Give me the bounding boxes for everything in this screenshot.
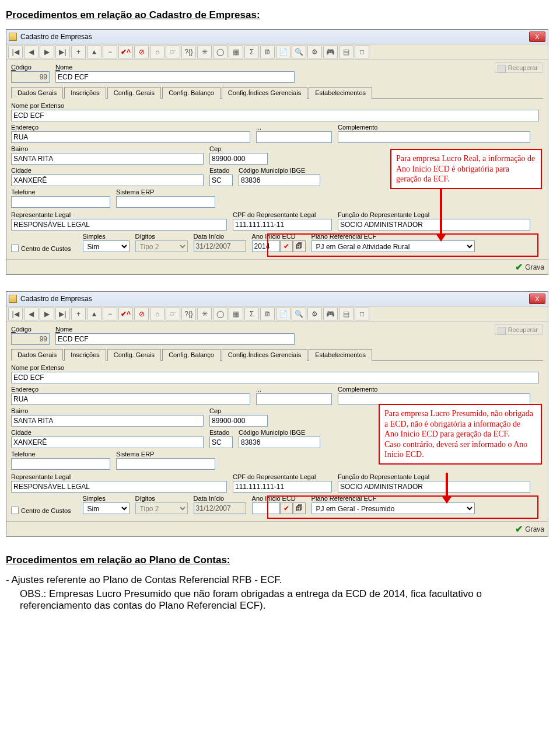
- sistema-erp-input[interactable]: [116, 458, 215, 470]
- repr-input[interactable]: [11, 219, 227, 231]
- centro-custos-checkbox[interactable]: [11, 507, 19, 514]
- tool-20[interactable]: ⚙: [307, 46, 322, 58]
- recuperar-button[interactable]: Recuperar: [495, 324, 543, 335]
- move-up-button[interactable]: ▲: [87, 308, 102, 320]
- tool-14[interactable]: ◯: [213, 46, 228, 58]
- ano-ecd-confirm-button[interactable]: ✔: [280, 240, 293, 252]
- confirm-button[interactable]: ✔^: [118, 308, 133, 320]
- tab-config-balanco[interactable]: Config. Balanço: [162, 349, 220, 361]
- digitos-select[interactable]: Tipo 2: [135, 502, 188, 514]
- cpf-repr-input[interactable]: [233, 481, 332, 493]
- tool-17[interactable]: 🗎: [260, 46, 275, 58]
- complemento-input[interactable]: [338, 393, 530, 405]
- nome-ext-input[interactable]: [11, 372, 539, 383]
- cep-input[interactable]: [209, 415, 268, 427]
- tab-config-balanco[interactable]: Config. Balanço: [162, 87, 220, 99]
- cidade-input[interactable]: [11, 174, 204, 186]
- telefone-input[interactable]: [11, 458, 110, 470]
- codigo-input[interactable]: [11, 71, 50, 83]
- bairro-input[interactable]: [11, 153, 204, 165]
- nav-prev-button[interactable]: ◀: [24, 308, 38, 320]
- tab-estabelecimentos[interactable]: Estabelecimentos: [309, 87, 372, 99]
- recuperar-button[interactable]: Recuperar: [495, 62, 543, 73]
- add-button[interactable]: +: [71, 46, 86, 58]
- nav-prev-button[interactable]: ◀: [24, 46, 38, 58]
- grava-button[interactable]: ✔Grava: [515, 261, 544, 273]
- nav-first-button[interactable]: |◀: [8, 46, 23, 58]
- ano-ecd-input[interactable]: [252, 240, 280, 252]
- tool-18[interactable]: 📄: [276, 308, 290, 320]
- cod-mun-input[interactable]: [239, 437, 320, 448]
- tool-21[interactable]: 🎮: [323, 46, 338, 58]
- cep-input[interactable]: [209, 153, 268, 165]
- nome-input[interactable]: [55, 71, 295, 83]
- simples-select[interactable]: Sim: [83, 240, 130, 252]
- tool-13[interactable]: ✳: [197, 308, 212, 320]
- tab-dados-gerais[interactable]: Dados Gerais: [11, 349, 63, 361]
- tool-21[interactable]: 🎮: [323, 308, 338, 320]
- digitos-select[interactable]: Tipo 2: [135, 240, 188, 252]
- tool-22[interactable]: ▤: [339, 46, 354, 58]
- nav-last-button[interactable]: ▶|: [55, 308, 70, 320]
- tool-search[interactable]: 🔍: [292, 308, 306, 320]
- tool-12[interactable]: ?{}: [181, 308, 196, 320]
- funcao-repr-input[interactable]: [338, 481, 530, 493]
- ano-ecd-lookup-button[interactable]: 🗐: [293, 502, 306, 514]
- tab-config-gerais[interactable]: Config. Gerais: [107, 87, 161, 99]
- tab-indices[interactable]: Config.Índices Gerenciais: [222, 349, 307, 361]
- grava-button[interactable]: ✔Grava: [515, 523, 544, 535]
- estado-input[interactable]: [209, 437, 233, 448]
- cancel-button[interactable]: ⊘: [134, 46, 149, 58]
- endereco-num-input[interactable]: [256, 131, 332, 143]
- tool-10[interactable]: ⌂: [150, 46, 164, 58]
- ano-ecd-input[interactable]: [252, 502, 280, 514]
- tab-inscricoes[interactable]: Inscrições: [64, 349, 106, 361]
- tool-18[interactable]: 📄: [276, 46, 290, 58]
- tool-17[interactable]: 🗎: [260, 308, 275, 320]
- close-button[interactable]: X: [529, 32, 545, 42]
- plano-ecf-select[interactable]: PJ em Geral - Presumido: [312, 502, 475, 514]
- tab-estabelecimentos[interactable]: Estabelecimentos: [309, 349, 372, 361]
- cpf-repr-input[interactable]: [233, 219, 332, 231]
- data-inicio-input[interactable]: [194, 502, 246, 514]
- tool-15[interactable]: ▦: [229, 308, 243, 320]
- sistema-erp-input[interactable]: [116, 196, 215, 208]
- tool-11[interactable]: ☞: [166, 46, 180, 58]
- plano-ecf-select[interactable]: PJ em Geral e Atividade Rural: [312, 240, 475, 252]
- estado-input[interactable]: [209, 174, 233, 186]
- centro-custos-checkbox[interactable]: [11, 245, 19, 252]
- close-button[interactable]: X: [529, 294, 545, 304]
- bairro-input[interactable]: [11, 415, 204, 427]
- simples-select[interactable]: Sim: [83, 502, 130, 514]
- repr-input[interactable]: [11, 481, 227, 493]
- nome-input[interactable]: [55, 333, 295, 345]
- tool-search[interactable]: 🔍: [292, 46, 306, 58]
- tab-dados-gerais[interactable]: Dados Gerais: [11, 87, 63, 99]
- ano-ecd-confirm-button[interactable]: ✔: [280, 502, 293, 514]
- nav-first-button[interactable]: |◀: [8, 308, 23, 320]
- tab-indices[interactable]: Config.Índices Gerenciais: [222, 87, 307, 99]
- tool-sum[interactable]: Σ: [244, 46, 259, 58]
- tool-12[interactable]: ?{}: [181, 46, 196, 58]
- data-inicio-input[interactable]: [194, 240, 246, 252]
- tool-23[interactable]: □: [355, 308, 369, 320]
- tool-10[interactable]: ⌂: [150, 308, 164, 320]
- tool-15[interactable]: ▦: [229, 46, 243, 58]
- cod-mun-input[interactable]: [239, 174, 320, 186]
- endereco-input[interactable]: [11, 393, 250, 405]
- tool-23[interactable]: □: [355, 46, 369, 58]
- telefone-input[interactable]: [11, 196, 110, 208]
- tool-22[interactable]: ▤: [339, 308, 354, 320]
- add-button[interactable]: +: [71, 308, 86, 320]
- tool-11[interactable]: ☞: [166, 308, 180, 320]
- endereco-num-input[interactable]: [256, 393, 332, 405]
- cancel-button[interactable]: ⊘: [134, 308, 149, 320]
- confirm-button[interactable]: ✔^: [118, 46, 133, 58]
- ano-ecd-lookup-button[interactable]: 🗐: [293, 240, 306, 252]
- codigo-input[interactable]: [11, 333, 50, 345]
- nav-last-button[interactable]: ▶|: [55, 46, 70, 58]
- tool-20[interactable]: ⚙: [307, 308, 322, 320]
- tool-sum[interactable]: Σ: [244, 308, 259, 320]
- nav-next-button[interactable]: ▶: [40, 308, 54, 320]
- tool-14[interactable]: ◯: [213, 308, 228, 320]
